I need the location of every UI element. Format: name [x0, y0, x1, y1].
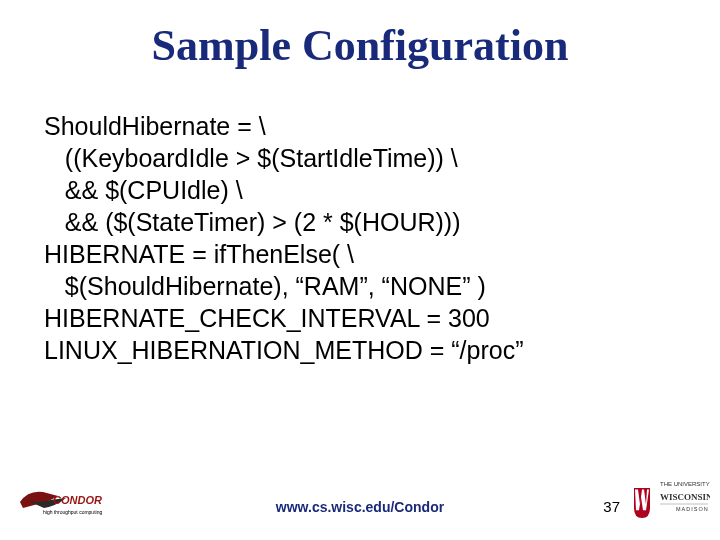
slide: Sample Configuration ShouldHibernate = \… — [0, 0, 720, 540]
condor-logo-sub: high throughput computing — [43, 509, 102, 515]
uw-logo: THE UNIVERSITY WISCONSIN MADISON — [626, 478, 710, 532]
uw-logo-sub: MADISON — [676, 506, 709, 512]
slide-title: Sample Configuration — [0, 22, 720, 70]
page-number: 37 — [603, 498, 620, 515]
condor-logo: CONDOR high throughput computing — [18, 482, 118, 522]
slide-body: ShouldHibernate = \ ((KeyboardIdle > $(S… — [44, 110, 684, 366]
uw-logo-bottom: WISCONSIN — [660, 492, 710, 502]
uw-logo-top: THE UNIVERSITY — [660, 481, 710, 487]
condor-logo-text: CONDOR — [53, 494, 102, 506]
